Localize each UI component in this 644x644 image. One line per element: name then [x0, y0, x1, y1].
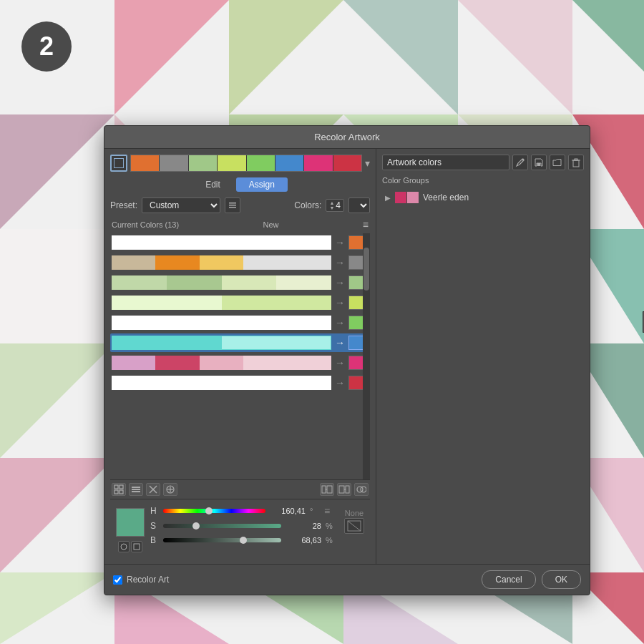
dialog-body: ▾ Edit Assign Preset: Custom Colors: — [104, 149, 590, 564]
color-strip-icon-1[interactable] — [110, 155, 127, 172]
recolor-artwork-dialog: Recolor Artwork — [104, 125, 590, 595]
scrollbar-thumb[interactable] — [364, 248, 369, 291]
svg-marker-31 — [0, 572, 114, 644]
color-bar — [112, 376, 331, 390]
preset-icon-btn[interactable] — [225, 197, 240, 213]
strip-dropdown[interactable]: ▾ — [365, 157, 370, 169]
color-bar — [112, 235, 331, 250]
svg-marker-3 — [458, 0, 572, 114]
color-preview[interactable] — [116, 508, 145, 537]
footer-buttons: Cancel OK — [482, 570, 581, 589]
b-slider[interactable] — [163, 538, 281, 542]
color-row[interactable]: → — [110, 233, 370, 252]
b-unit: % — [326, 536, 336, 545]
color-row-selected[interactable]: → — [110, 333, 370, 352]
svg-rect-46 — [132, 491, 140, 492]
preset-select[interactable]: Custom — [142, 197, 220, 213]
right-panel: Color Groups ▶ Veerle eden — [376, 149, 590, 564]
svg-rect-39 — [229, 207, 236, 208]
dialog-title: Recolor Artwork — [314, 132, 380, 142]
colors-label: Colors: — [294, 200, 321, 210]
svg-marker-19 — [0, 343, 114, 458]
color-row[interactable]: → — [110, 374, 370, 392]
group-color-chips — [395, 192, 419, 203]
save-btn[interactable] — [531, 155, 547, 170]
color-bar — [112, 296, 331, 310]
svg-point-64 — [522, 159, 525, 161]
h-slider[interactable] — [163, 509, 265, 513]
dialog-footer: Recolor Art Cancel OK — [104, 564, 590, 595]
color-row[interactable]: → — [110, 253, 370, 272]
color-editor: H 160,41 ° ≡ S 28 — [110, 499, 370, 558]
svg-rect-52 — [322, 486, 326, 493]
b-thumb[interactable] — [240, 537, 247, 544]
color-row[interactable]: → — [110, 273, 370, 292]
svg-marker-25 — [0, 458, 114, 572]
tool-icon-6[interactable] — [337, 483, 351, 496]
color-group-veerle[interactable]: ▶ Veerle eden — [382, 189, 584, 206]
s-unit: % — [326, 522, 336, 530]
tool-icon-1[interactable] — [112, 483, 126, 496]
h-value: 160,41 — [270, 507, 306, 515]
color-strip[interactable] — [130, 155, 362, 172]
row-arrow: → — [334, 317, 346, 328]
folder-btn[interactable] — [550, 155, 565, 170]
color-row[interactable]: → — [110, 353, 370, 372]
new-label: New — [263, 220, 278, 229]
s-slider[interactable] — [163, 524, 281, 528]
color-mode-btn-2[interactable] — [131, 541, 142, 552]
svg-rect-43 — [119, 490, 123, 494]
color-strip-row: ▾ — [110, 155, 370, 172]
none-icon-btn[interactable] — [344, 518, 364, 534]
step-badge: 2 — [21, 21, 72, 72]
s-slider-row: S 28 % — [150, 521, 336, 531]
tool-icon-5[interactable] — [320, 483, 334, 496]
svg-rect-44 — [132, 487, 140, 488]
tool-icon-4[interactable] — [163, 483, 177, 496]
group-chip-2 — [407, 192, 419, 203]
ok-button[interactable]: OK — [542, 570, 581, 589]
svg-rect-45 — [132, 489, 140, 490]
color-groups-label: Color Groups — [382, 176, 584, 185]
delete-btn[interactable] — [568, 155, 584, 170]
tool-icon-2[interactable] — [129, 483, 143, 496]
svg-rect-66 — [573, 160, 579, 167]
h-unit: ° — [310, 507, 320, 515]
tabs-row: Edit Assign — [110, 177, 370, 192]
group-name: Veerle eden — [423, 192, 469, 203]
b-value: 68,63 — [286, 536, 321, 545]
color-picker-btn[interactable] — [512, 155, 528, 170]
colors-down[interactable]: ▼ — [329, 205, 334, 210]
color-mode-btn-1[interactable] — [118, 541, 130, 552]
rows-menu-icon[interactable]: ≡ — [363, 219, 369, 230]
preset-row: Preset: Custom Colors: ▲ ▼ 4 — [110, 197, 370, 213]
s-thumb[interactable] — [192, 522, 200, 530]
artwork-colors-input[interactable] — [382, 155, 509, 170]
color-row[interactable]: → — [110, 293, 370, 312]
svg-rect-68 — [575, 159, 577, 160]
tab-edit[interactable]: Edit — [192, 177, 233, 192]
slider-menu[interactable]: ≡ — [324, 505, 336, 517]
bottom-toolbar — [110, 479, 370, 499]
recolor-art-checkbox-label[interactable]: Recolor Art — [113, 575, 169, 585]
tool-icon-7[interactable] — [354, 483, 369, 496]
recolor-art-checkbox[interactable] — [113, 575, 122, 585]
tab-assign[interactable]: Assign — [236, 177, 288, 192]
color-bar — [112, 336, 331, 350]
h-thumb[interactable] — [205, 507, 213, 514]
colors-up[interactable]: ▲ — [329, 200, 334, 205]
color-rows-wrapper: → → — [110, 233, 370, 479]
cancel-button[interactable]: Cancel — [482, 570, 535, 589]
svg-marker-2 — [343, 0, 458, 114]
tool-icon-3[interactable] — [146, 483, 160, 496]
none-area: None — [344, 508, 364, 534]
svg-point-60 — [121, 544, 127, 550]
group-chip-1 — [395, 192, 406, 203]
svg-rect-53 — [327, 486, 332, 493]
svg-marker-0 — [114, 0, 229, 114]
colors-select[interactable] — [348, 197, 370, 213]
color-bar — [112, 275, 331, 290]
svg-rect-61 — [134, 544, 140, 550]
color-row[interactable]: → — [110, 313, 370, 332]
recolor-art-label: Recolor Art — [127, 575, 169, 585]
